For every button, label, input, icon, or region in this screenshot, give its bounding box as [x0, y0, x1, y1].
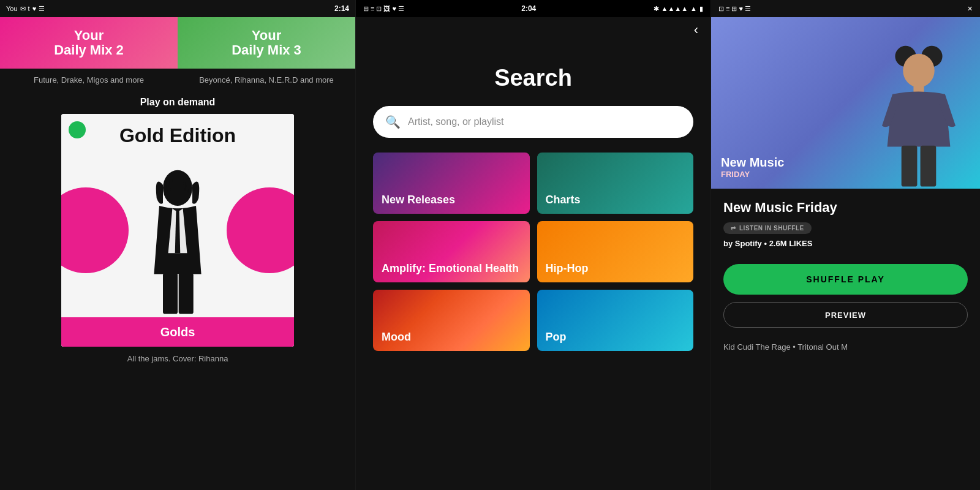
album-label-text: Golds — [160, 325, 195, 339]
icon-r1: ⊡ — [718, 5, 724, 13]
category-new-releases-label: New Releases — [382, 194, 455, 206]
icon-menu: ☰ — [39, 5, 45, 13]
play-on-demand-label: Play on demand — [0, 88, 355, 114]
status-icons-middle-right: ✱ ▲▲▲▲ ▲ ▮ — [654, 5, 703, 13]
search-placeholder: Artist, song, or playlist — [408, 116, 504, 127]
svg-point-5 — [903, 54, 934, 88]
back-button[interactable]: ‹ — [356, 17, 710, 40]
category-charts[interactable]: Charts — [537, 153, 694, 214]
playlist-info: New Music Friday ⇄ LISTEN IN SHUFFLE by … — [711, 189, 980, 264]
icon-signal: ▲▲▲▲ — [662, 5, 688, 12]
album-figure — [123, 169, 233, 316]
category-pop[interactable]: Pop — [537, 290, 694, 351]
panel-middle: ⊞ ≡ ⊡ 🖼 ♥ ☰ 2:04 ✱ ▲▲▲▲ ▲ ▮ ‹ Search 🔍 A… — [355, 0, 710, 490]
categories-grid: New Releases Charts Amplify: Emotional H… — [356, 153, 710, 351]
album-label-bar: Golds — [61, 317, 294, 347]
new-music-hero: New Music FRIDAY — [711, 17, 980, 189]
svg-rect-7 — [902, 146, 918, 187]
listen-in-shuffle-label: LISTEN IN SHUFFLE — [739, 225, 804, 232]
mix-3-subtitle: Beyoncé, Rihanna, N.E.R.D and more — [178, 69, 355, 88]
preview-button[interactable]: PREVIEW — [723, 302, 968, 328]
icon-bt: ✱ — [654, 5, 659, 13]
icon-grid: ⊞ — [363, 5, 369, 13]
icon-list: ≡ — [371, 5, 374, 12]
album-cover-container: Gold Edition — [0, 114, 355, 347]
by-spotify: by Spotify — [723, 239, 762, 248]
panel-right: ⊡ ≡ ⊞ ♥ ☰ ✕ — [710, 0, 980, 490]
category-mood[interactable]: Mood — [373, 290, 530, 351]
album-cover[interactable]: Gold Edition — [61, 114, 294, 347]
icon-wifi: ▲ — [690, 5, 697, 12]
track-name: Kid Cudi The Rage • Tritonal Out M — [723, 342, 848, 352]
preview-label: PREVIEW — [825, 311, 866, 320]
daily-mix-2-title: YourDaily Mix 2 — [54, 28, 124, 58]
category-hiphop-label: Hip-Hop — [546, 262, 589, 275]
hero-figure — [870, 42, 968, 189]
icon-you: You — [6, 5, 18, 12]
status-bar-right: ⊡ ≡ ⊞ ♥ ☰ ✕ — [711, 0, 980, 17]
album-description: All the jams. Cover: Rihanna — [0, 347, 355, 363]
search-input-wrap: 🔍 Artist, song, or playlist — [373, 106, 693, 138]
status-icons-right-left: ⊡ ≡ ⊞ ♥ ☰ — [718, 5, 751, 13]
icon-r4: ♥ — [739, 5, 743, 12]
status-bar-middle: ⊞ ≡ ⊡ 🖼 ♥ ☰ 2:04 ✱ ▲▲▲▲ ▲ ▮ — [356, 0, 710, 17]
icon-t: t — [28, 5, 30, 12]
icon-r5: ☰ — [745, 5, 751, 13]
hero-sub: FRIDAY — [721, 170, 784, 179]
search-input-box[interactable]: 🔍 Artist, song, or playlist — [373, 106, 693, 138]
daily-mix-row: YourDaily Mix 2 YourDaily Mix 3 — [0, 17, 355, 69]
new-music-overlay: New Music FRIDAY — [721, 156, 784, 179]
icon-heart: ♥ — [32, 5, 37, 12]
icon-r2: ≡ — [726, 5, 729, 12]
category-pop-label: Pop — [546, 331, 567, 344]
icon-photo: ⊡ — [376, 5, 382, 13]
by-line: by Spotify • 2.6M LIKES — [723, 239, 968, 248]
icon-menu2: ☰ — [398, 5, 404, 13]
daily-mix-card-2[interactable]: YourDaily Mix 2 — [0, 17, 178, 69]
status-time-middle: 2:04 — [521, 4, 536, 13]
status-icons-middle-left: ⊞ ≡ ⊡ 🖼 ♥ ☰ — [363, 5, 404, 13]
search-title: Search — [356, 40, 710, 106]
listen-in-shuffle-button[interactable]: ⇄ LISTEN IN SHUFFLE — [723, 222, 812, 234]
mix-2-subtitle: Future, Drake, Migos and more — [0, 69, 178, 88]
status-icons-right-right: ✕ — [967, 5, 973, 13]
icon-heart2: ♥ — [392, 5, 396, 12]
svg-rect-8 — [921, 146, 937, 187]
category-amplify-label: Amplify: Emotional Health — [382, 262, 519, 275]
daily-mix-card-3[interactable]: YourDaily Mix 3 — [178, 17, 355, 69]
category-mood-label: Mood — [382, 331, 411, 344]
icon-r3: ⊞ — [731, 5, 737, 13]
shuffle-icon-small: ⇄ — [731, 225, 736, 232]
category-new-releases[interactable]: New Releases — [373, 153, 530, 214]
shuffle-play-label: SHUFFLE PLAY — [806, 274, 885, 284]
album-title: Gold Edition — [61, 125, 294, 146]
spotify-icon — [69, 121, 86, 138]
svg-rect-2 — [179, 273, 194, 314]
category-hiphop[interactable]: Hip-Hop — [537, 221, 694, 282]
status-icons-left: You ✉ t ♥ ☰ — [6, 5, 45, 13]
category-charts-label: Charts — [546, 194, 581, 206]
svg-rect-1 — [163, 273, 178, 314]
likes-count: • 2.6M LIKES — [764, 239, 812, 248]
shuffle-play-button[interactable]: SHUFFLE PLAY — [723, 264, 968, 295]
track-item: Kid Cudi The Rage • Tritonal Out M — [711, 337, 980, 356]
category-amplify[interactable]: Amplify: Emotional Health — [373, 221, 530, 282]
status-time-left: 2:14 — [334, 4, 349, 13]
playlist-title: New Music Friday — [723, 200, 968, 216]
hero-label: New Music — [721, 156, 784, 170]
icon-mail: ✉ — [20, 5, 26, 13]
status-bar-left: You ✉ t ♥ ☰ 2:14 — [0, 0, 355, 17]
icon-image: 🖼 — [383, 5, 390, 12]
icon-close: ✕ — [967, 5, 973, 13]
search-icon: 🔍 — [385, 115, 401, 129]
panel-left: You ✉ t ♥ ☰ 2:14 YourDaily Mix 2 YourDai… — [0, 0, 355, 490]
icon-battery: ▮ — [699, 5, 703, 13]
daily-mix-3-title: YourDaily Mix 3 — [232, 28, 301, 58]
